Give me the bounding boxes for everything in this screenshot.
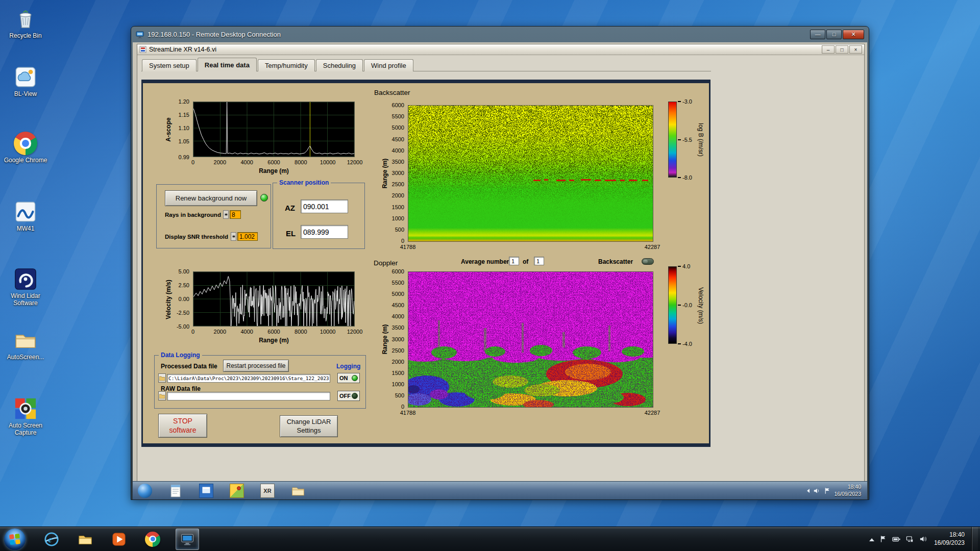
of-count-field[interactable] <box>534 257 544 265</box>
rdp-app-icon <box>136 31 144 39</box>
taskbar-chrome-icon[interactable] <box>145 532 160 547</box>
rays-value-field[interactable]: 8 <box>230 210 241 219</box>
taskbar-explorer-icon[interactable] <box>78 532 93 547</box>
clock-date: 16/09/2023 <box>934 539 965 547</box>
desktop-icon-bl-view[interactable]: BL-View <box>1 65 50 98</box>
tray-speaker-icon[interactable] <box>919 535 927 543</box>
tray-overflow-chevron-icon[interactable] <box>869 536 874 541</box>
restart-processed-file-button[interactable]: Restart processed file <box>223 360 289 372</box>
remote-speaker-icon[interactable] <box>813 487 820 494</box>
snr-spinner[interactable] <box>231 232 236 241</box>
doppler-heatmap-image <box>408 272 653 407</box>
raw-logging-led <box>352 393 358 399</box>
taskbar-media-player-icon[interactable] <box>111 532 127 547</box>
tab-wind-profile[interactable]: Wind profile <box>364 59 413 71</box>
folder-icon <box>14 329 37 352</box>
renew-background-led <box>260 194 268 202</box>
data-logging-group: Data Logging Processed Data file Restart… <box>154 355 366 409</box>
vi-restore-button[interactable]: □ <box>836 45 848 54</box>
a-scope-x-ticks: 020004000600080001000012000 <box>193 159 355 166</box>
data-logging-title: Data Logging <box>159 352 202 359</box>
taskbar-rdp-active-button[interactable] <box>176 529 199 550</box>
snr-threshold-label: Display SNR threshold <box>165 234 228 240</box>
rdp-minimize-button[interactable]: — <box>810 30 825 39</box>
remote-flag-icon[interactable] <box>824 487 830 494</box>
rdp-client-area: StreamLine XR v14-6.vi – □ × System setu… <box>133 42 867 499</box>
system-tray: 18:40 16/09/2023 <box>869 527 980 551</box>
backscatter-title: Backscatter <box>374 89 410 96</box>
desktop-icon-wind-lidar[interactable]: Wind Lidar Software <box>1 267 50 307</box>
remote-task-map-icon[interactable] <box>230 484 244 498</box>
desktop-icon-label: Auto Screen Capture <box>1 422 50 437</box>
raw-path-input[interactable] <box>167 392 330 400</box>
panel-edge-right <box>709 80 710 447</box>
processed-path-input[interactable] <box>167 374 330 383</box>
tray-power-icon[interactable] <box>892 535 901 543</box>
remote-task-browser-icon[interactable] <box>138 484 152 498</box>
desktop-icon-autoscreen[interactable]: AutoScreen... <box>1 329 50 361</box>
raw-data-file-label: RAW Data file <box>161 385 201 392</box>
tab-real-time-data[interactable]: Real time data <box>198 58 257 71</box>
vi-minimize-button[interactable]: – <box>822 45 835 54</box>
az-label: AZ <box>285 204 295 212</box>
tab-scheduling[interactable]: Scheduling <box>316 59 363 71</box>
change-lidar-settings-button[interactable]: Change LiDARSettings <box>280 415 338 437</box>
doppler-colorbar-ticks: 4.0 -0.0 -4.0 <box>678 266 698 344</box>
backscatter-heatmap <box>408 105 653 242</box>
vi-body: System setup Real time data Temp/humidit… <box>137 56 864 481</box>
az-value-field[interactable] <box>301 199 348 213</box>
remote-clock[interactable]: 18:40 16/09/2023 <box>834 484 861 497</box>
remote-task-notepad-icon[interactable] <box>168 484 183 498</box>
average-number-label: Average number <box>461 258 509 265</box>
scanner-position-group: Scanner position AZ EL <box>273 183 365 249</box>
tab-bar: System setup Real time data Temp/humidit… <box>142 58 414 71</box>
desktop-icon-auto-screen-capture[interactable]: Auto Screen Capture <box>1 397 50 437</box>
rdp-close-button[interactable]: ✕ <box>843 30 864 39</box>
folder-icon <box>159 394 165 398</box>
remote-desktop-window: 192.168.0.150 - Remote Desktop Connectio… <box>131 26 869 500</box>
backscatter-toggle[interactable] <box>642 258 654 265</box>
start-button[interactable] <box>4 529 26 550</box>
remote-task-folder-icon[interactable] <box>291 484 305 498</box>
of-label: of <box>523 258 528 265</box>
renew-background-button[interactable]: Renew background now <box>165 190 257 206</box>
tab-temp-humidity[interactable]: Temp/humidity <box>258 59 315 71</box>
vi-close-button[interactable]: × <box>849 45 862 54</box>
rays-spinner[interactable] <box>223 210 229 219</box>
remote-taskbar: XR 18:40 16/09/2023 <box>133 481 867 499</box>
desktop-icon-recycle-bin[interactable]: Recycle Bin <box>1 7 50 40</box>
tray-action-center-flag-icon[interactable] <box>879 535 888 543</box>
host-taskbar: e 18:40 16/09/2023 <box>0 527 980 551</box>
remote-task-xr-icon[interactable]: XR <box>260 484 275 498</box>
raw-logging-toggle[interactable]: OFF <box>337 391 360 401</box>
remote-task-app-icon[interactable] <box>199 484 213 498</box>
panel-edge-left <box>141 80 143 447</box>
stop-software-button[interactable]: STOPsoftware <box>158 414 207 438</box>
rdp-maximize-button[interactable]: □ <box>826 30 842 39</box>
clock-time: 18:40 <box>934 531 965 539</box>
on-label: ON <box>339 375 348 381</box>
desktop-icon-mw41[interactable]: MW41 <box>1 200 50 233</box>
taskbar-ie-icon[interactable]: e <box>44 532 59 547</box>
velocity-chart: Velocity (m/s) -5.00-2.500.002.505.00 02… <box>158 269 365 349</box>
remote-tray-chevron-icon[interactable] <box>805 489 810 493</box>
processed-logging-toggle[interactable]: ON <box>337 373 360 383</box>
wind-lidar-icon <box>14 267 37 291</box>
show-desktop-button[interactable] <box>971 527 978 551</box>
desktop-icon-google-chrome[interactable]: Google Chrome <box>1 132 50 164</box>
backscatter-colorbar <box>668 102 677 178</box>
vi-titlebar[interactable]: StreamLine XR v14-6.vi – □ × <box>137 44 864 55</box>
average-number-field[interactable] <box>509 257 519 265</box>
doppler-y-ticks: 6000550050004500400035003000250020001500… <box>381 271 406 407</box>
taskbar-clock[interactable]: 18:40 16/09/2023 <box>932 531 967 547</box>
el-value-field[interactable] <box>301 225 348 239</box>
rdp-titlebar[interactable]: 192.168.0.150 - Remote Desktop Connectio… <box>131 27 869 42</box>
tray-network-icon[interactable] <box>905 535 914 543</box>
processed-path-browse-button[interactable] <box>158 373 166 383</box>
snr-value-field[interactable]: 1.002 <box>237 232 258 241</box>
tab-system-setup[interactable]: System setup <box>142 59 197 71</box>
backscatter-heatmap-image <box>408 106 653 241</box>
processed-logging-led <box>352 375 358 381</box>
raw-path-browse-button[interactable] <box>158 391 166 400</box>
doppler-colorbar-label: Velocity (m/s) <box>697 265 704 346</box>
